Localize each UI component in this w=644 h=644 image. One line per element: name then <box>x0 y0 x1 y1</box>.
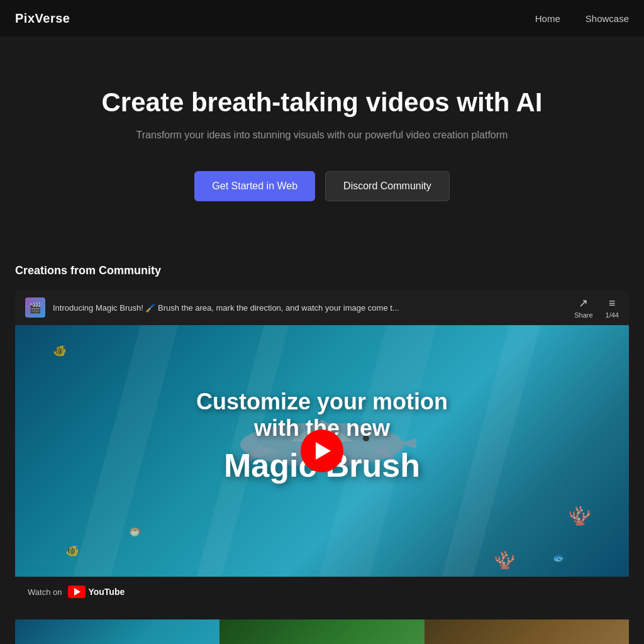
fish-4: 🐠 <box>53 344 67 358</box>
video-thumbnail: 🐠 🐡 🐟 🐠 🪸 🪸 <box>15 325 629 577</box>
nav-links: Home Showcase <box>535 13 629 24</box>
overlay-line1: Customize your motion <box>196 389 448 416</box>
navbar: PixVerse Home Showcase <box>0 0 644 36</box>
coral-2: 🪸 <box>494 550 516 570</box>
fish-2: 🐡 <box>128 525 142 539</box>
nav-home-link[interactable]: Home <box>535 13 560 24</box>
youtube-play-icon <box>74 588 80 596</box>
hero-subtitle: Transform your ideas into stunning visua… <box>25 130 619 141</box>
hero-buttons: Get Started in Web Discord Community <box>25 171 619 201</box>
video-top-right: ↗ Share ≡ 1/44 <box>574 296 619 319</box>
share-label: Share <box>574 311 592 319</box>
youtube-text: YouTube <box>88 587 125 597</box>
share-icon: ↗ <box>579 296 588 310</box>
video-bg: 🐠 🐡 🐟 🐠 🪸 🪸 <box>15 325 629 577</box>
count-label: 1/44 <box>606 311 619 319</box>
channel-emoji: 🎬 <box>29 302 42 314</box>
count-action[interactable]: ≡ 1/44 <box>606 297 619 319</box>
light-ray-1 <box>74 325 179 577</box>
discord-community-button[interactable]: Discord Community <box>325 171 450 201</box>
video-title-text: Introducing Magic Brush! 🖌️ Brush the ar… <box>53 303 399 313</box>
video-container: 🎬 Introducing Magic Brush! 🖌️ Brush the … <box>15 290 629 607</box>
nav-logo[interactable]: PixVerse <box>15 11 70 26</box>
watch-on-text: Watch on <box>28 587 62 597</box>
channel-icon: 🎬 <box>25 297 45 318</box>
thumb-3[interactable]: 🦁 <box>425 619 629 644</box>
watch-bar: Watch on YouTube <box>15 577 629 607</box>
video-top-bar: 🎬 Introducing Magic Brush! 🖌️ Brush the … <box>15 290 629 325</box>
light-ray-4 <box>441 325 540 577</box>
thumb-1[interactable]: 🌊 <box>15 619 219 644</box>
play-button[interactable] <box>301 430 343 472</box>
fish-1: 🐠 <box>65 544 79 558</box>
community-section: Creations from Community 🎬 Introducing M… <box>0 239 644 644</box>
thumb-2[interactable]: 🌴 <box>219 619 424 644</box>
play-triangle-icon <box>316 442 331 460</box>
get-started-button[interactable]: Get Started in Web <box>194 171 315 201</box>
share-action[interactable]: ↗ Share <box>574 296 592 319</box>
hero-section: Create breath-taking videos with AI Tran… <box>0 36 644 239</box>
coral-1: 🪸 <box>568 504 591 526</box>
nav-showcase-link[interactable]: Showcase <box>586 13 629 24</box>
hero-title: Create breath-taking videos with AI <box>25 87 619 118</box>
fish-3: 🐟 <box>552 550 566 564</box>
list-icon: ≡ <box>609 297 616 310</box>
section-title: Creations from Community <box>15 264 629 277</box>
youtube-icon <box>68 586 86 598</box>
youtube-logo[interactable]: YouTube <box>68 586 125 598</box>
bottom-thumbnails: 🌊 🌴 🦁 <box>15 619 629 644</box>
video-top-left: 🎬 Introducing Magic Brush! 🖌️ Brush the … <box>25 297 399 318</box>
